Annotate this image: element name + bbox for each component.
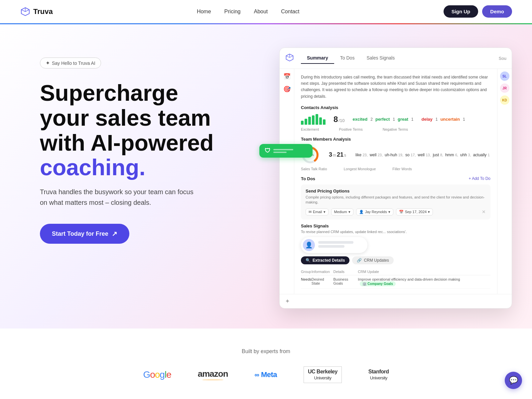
built-by-text: Built by experts from [242, 348, 290, 354]
cta-button[interactable]: Start Today for Free ↗ [40, 224, 129, 244]
contacts-analysis-title: Contacts Analysis [301, 105, 490, 110]
tag-extra: Goals [384, 282, 393, 286]
extracted-table: Group Information Details CRM Update Nee… [301, 268, 490, 289]
hero-badge-text: Say Hello to Truva AI [52, 61, 95, 66]
tag-great: great [398, 117, 408, 122]
contacts-labels: Excitement Positive Terms Negative Terms [301, 127, 490, 131]
negative-tags: delay1 uncertain1 [421, 117, 465, 122]
summary-text: During this introductory sales call meet… [301, 74, 490, 100]
dashboard-header: Summary To Dos Sales Signals Sou [280, 48, 512, 69]
nav-contact[interactable]: Contact [281, 9, 299, 15]
avatar-lines [318, 241, 362, 249]
col-information: Information [312, 268, 333, 275]
todo-priority-label: Medium [334, 210, 347, 214]
filler-label: Filler Words [392, 167, 412, 171]
demo-button[interactable]: Demo [482, 5, 512, 18]
nav-pricing[interactable]: Pricing [224, 9, 241, 15]
tab-summary[interactable]: Summary [301, 53, 334, 64]
hero-title-line2: your sales team [40, 105, 211, 130]
col-details: Details [333, 268, 358, 275]
positive-label: Positive Terms [339, 127, 362, 131]
avatar-image: 👤 [303, 239, 315, 251]
team-analysis-title: Team Members Analysis [301, 137, 490, 142]
sales-signals-desc: To revise planned CRM updates, update li… [301, 230, 490, 234]
calendar-icon[interactable]: 📅 [283, 73, 291, 80]
excitement-label: Excitement [301, 127, 319, 131]
hero-title-line3: with AI-powered [40, 130, 214, 155]
badge-line-2 [273, 152, 287, 153]
bar-2 [305, 119, 307, 125]
row-group: Needs [301, 275, 312, 288]
sidebar-avatar-kd: KD [500, 95, 509, 105]
dashboard-body: 📅 🎯 During this introductory sales call … [280, 69, 512, 294]
todo-assignee-label: Jay Reynolds [365, 210, 387, 214]
bar-6 [319, 117, 322, 125]
dashboard-footer: ✦ [280, 294, 512, 308]
tab-todos[interactable]: To Dos [334, 53, 361, 64]
todo-close-button[interactable]: ✕ [482, 209, 486, 214]
monologue-stat: 3 m 21 s [329, 151, 346, 158]
nav-home[interactable]: Home [197, 9, 211, 15]
nav-about[interactable]: About [254, 9, 268, 15]
logo[interactable]: Truva [20, 6, 53, 17]
table-row: Needs Desired State Business Goals Impro… [301, 275, 490, 288]
sparkle-bottom-icon[interactable]: ✦ [285, 298, 290, 305]
row-information: Desired State [312, 275, 333, 288]
avatar-placeholder: 👤 [305, 241, 313, 249]
hero-title-coaching: coaching. [40, 155, 145, 180]
sidebar-avatar-jr: JR [500, 83, 509, 93]
target-icon[interactable]: 🎯 [283, 85, 291, 93]
extracted-tab-label: Extracted Details [313, 258, 345, 263]
google-logo: Google [143, 369, 171, 380]
score-block: 8 /10 [333, 115, 344, 124]
calendar-small-icon: 📅 [399, 210, 404, 214]
floating-badge: 🛡 [259, 144, 313, 158]
crm-detail-text: Improve operational efficiency and data-… [358, 277, 460, 281]
score-denom: /10 [338, 118, 344, 123]
tab-crm-updates[interactable]: 🔗 CRM Updates [352, 256, 393, 264]
dashboard-content: During this introductory sales call meet… [294, 69, 497, 294]
dashboard-tabs: Summary To Dos Sales Signals [301, 53, 401, 64]
tab-extracted-details[interactable]: 🔍 Extracted Details [301, 256, 349, 264]
company-logos: Google amazon ∞ Meta UC BerkeleyUniversi… [143, 366, 389, 383]
todo-date[interactable]: 📅 Sep 17, 2024 ▾ [396, 208, 433, 215]
todo-meta: ✉ Email ▾ Medium ▾ 👤 Jay Reynolds [306, 208, 486, 215]
tag-delay: delay [421, 117, 432, 122]
cta-label: Start Today for Free [52, 230, 108, 237]
positive-tags: excited2 perfect1 great1 [352, 117, 413, 122]
add-todo-button[interactable]: + Add To Do [469, 176, 491, 181]
talk-ratio-label: Sales Talk Ratio [301, 167, 327, 171]
sidebar-avatar-sl: SL [500, 71, 509, 81]
tab-sales-signals[interactable]: Sales Signals [360, 53, 401, 64]
score-number: 8 [333, 115, 338, 124]
tag-excited: excited [352, 117, 367, 122]
dash-logo [285, 53, 294, 64]
todo-priority[interactable]: Medium ▾ [331, 208, 353, 215]
tag-uncertain: uncertain [440, 117, 460, 122]
chat-button[interactable]: 💬 [505, 372, 522, 389]
todo-desc: Compile pricing options, including diffe… [306, 195, 486, 205]
berkeley-logo: UC BerkeleyUniversity [304, 366, 342, 383]
avatar-line-2 [318, 245, 344, 248]
nav-links: Home Pricing About Contact [197, 9, 300, 15]
arrow-icon: ↗ [112, 230, 117, 238]
hero-right: 🛡 Summary To Dos Sales Signals [279, 48, 512, 309]
assignee-icon: 👤 [359, 210, 364, 214]
todo-channel[interactable]: ✉ Email ▾ [306, 208, 329, 215]
nav-actions: Sign Up Demo [444, 5, 512, 18]
todo-card: Send Pricing Options Compile pricing opt… [301, 185, 490, 219]
sparkle-icon: ✦ [46, 60, 50, 66]
todos-title: To Dos [301, 176, 315, 181]
signup-button[interactable]: Sign Up [444, 5, 478, 18]
todo-title: Send Pricing Options [306, 189, 486, 194]
negative-label: Negative Terms [383, 127, 408, 131]
meta-logo: ∞ Meta [255, 370, 277, 379]
bar-1 [301, 121, 304, 125]
extracted-tabs: 🔍 Extracted Details 🔗 CRM Updates [301, 256, 490, 264]
dashboard-card: Summary To Dos Sales Signals Sou 📅 🎯 Dur… [279, 48, 512, 309]
todo-assignee[interactable]: 👤 Jay Reynolds ▾ [356, 208, 393, 215]
monologue-label: Longest Monologue [344, 167, 376, 171]
avatar-line-1 [318, 241, 353, 244]
company-icon: 🏢 [362, 282, 366, 286]
logo-text: Truva [33, 7, 53, 16]
